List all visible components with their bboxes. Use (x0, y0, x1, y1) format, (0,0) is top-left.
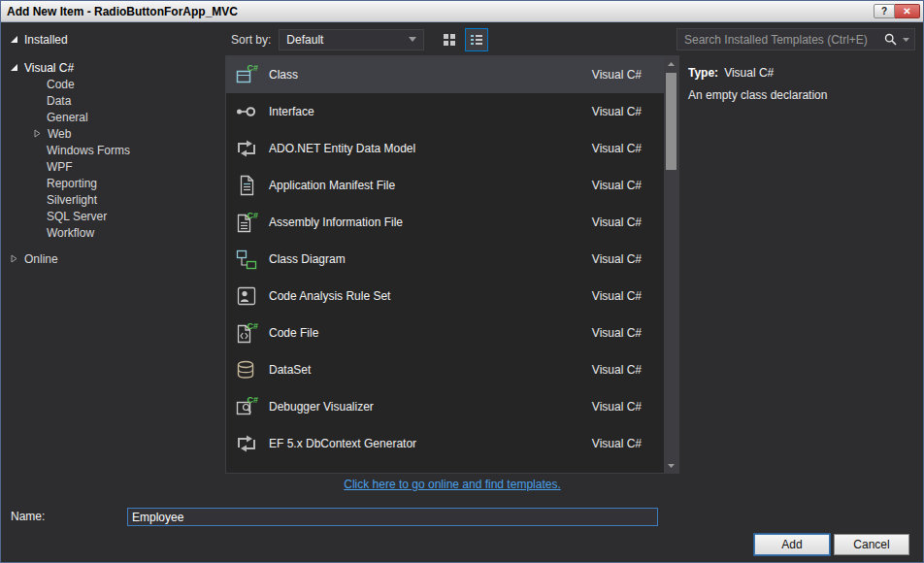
tree-item-general[interactable]: General (1, 109, 225, 125)
template-row-application-manifest[interactable]: Application Manifest File Visual C# (226, 167, 678, 204)
add-button[interactable]: Add (754, 534, 830, 555)
tree-item-online[interactable]: Online (1, 250, 225, 267)
template-row-class[interactable]: C# Class Visual C# (226, 56, 678, 93)
scroll-up-arrow-icon[interactable] (664, 56, 678, 71)
toolbar: Installed Sort by: Default (1, 23, 923, 55)
class-diagram-icon (234, 247, 259, 272)
code-analysis-rule-set-icon (234, 283, 259, 309)
template-row-dataset[interactable]: DataSet Visual C# (226, 351, 678, 388)
interface-icon (234, 99, 259, 124)
collapsed-arrow-icon[interactable] (33, 129, 42, 138)
scrollbar-thumb[interactable] (666, 73, 676, 170)
svg-text:C#: C# (247, 321, 258, 331)
titlebar: Add New Item - RadioButtonForApp_MVC ? ✕ (1, 1, 923, 22)
template-row-interface[interactable]: Interface Visual C# (226, 93, 678, 130)
list-view-icon (470, 33, 483, 47)
tree-item-silverlight[interactable]: Silverlight (1, 191, 225, 208)
expanded-arrow-icon (10, 35, 18, 44)
tree-item-wpf[interactable]: WPF (1, 158, 225, 175)
tree-item-web[interactable]: Web (1, 125, 225, 142)
template-row-dbcontext-generator[interactable]: EF 5.x DbContext Generator Visual C# (226, 425, 678, 462)
debugger-visualizer-icon: C# (234, 394, 259, 419)
tree-item-visual-csharp[interactable]: Visual C# (1, 59, 225, 76)
tree-item-data[interactable]: Data (1, 92, 225, 109)
online-templates-link[interactable]: Click here to go online and find templat… (344, 478, 560, 491)
assembly-information-icon: C# (234, 210, 259, 235)
search-dropdown-chevron-icon[interactable] (903, 38, 909, 42)
grid-view-icon (443, 33, 456, 47)
list-view-button[interactable] (465, 28, 488, 51)
tree-item-sql-server[interactable]: SQL Server (1, 208, 225, 224)
template-row-class-diagram[interactable]: Class Diagram Visual C# (226, 241, 678, 278)
category-tree: Visual C# Code Data General Web Windows … (1, 56, 225, 474)
name-label: Name: (11, 510, 45, 523)
dialog-title: Add New Item - RadioButtonForApp_MVC (7, 5, 874, 18)
template-list: C# Class Visual C# Interface Visual C# (225, 55, 679, 474)
dbcontext-generator-icon (234, 431, 259, 456)
template-row-code-analysis-rule-set[interactable]: Code Analysis Rule Set Visual C# (226, 278, 678, 315)
svg-text:C#: C# (247, 395, 258, 405)
sort-by-label: Sort by: (231, 33, 271, 47)
installed-label: Installed (24, 33, 68, 47)
search-box[interactable] (676, 28, 915, 50)
type-value: Visual C# (724, 66, 774, 80)
collapsed-arrow-icon[interactable] (10, 254, 18, 263)
svg-text:C#: C# (247, 211, 258, 220)
tree-item-workflow[interactable]: Workflow (1, 224, 225, 241)
add-new-item-dialog: Add New Item - RadioButtonForApp_MVC ? ✕… (0, 0, 924, 563)
name-input[interactable] (127, 508, 658, 526)
help-button[interactable]: ? (874, 4, 895, 18)
template-row-code-file[interactable]: C# Code File Visual C# (226, 315, 678, 351)
chevron-down-icon (409, 37, 416, 42)
name-row: Name: (1, 508, 923, 527)
tree-label: Visual C# (24, 61, 74, 75)
sort-value: Default (286, 33, 323, 47)
tree-item-code[interactable]: Code (1, 76, 225, 92)
tree-item-reporting[interactable]: Reporting (1, 175, 225, 191)
sort-dropdown[interactable]: Default (279, 29, 424, 50)
template-row-debugger-visualizer[interactable]: C# Debugger Visualizer Visual C# (226, 388, 678, 425)
template-info-panel: Type: Visual C# An empty class declarati… (680, 55, 923, 475)
type-label: Type: (688, 66, 718, 80)
template-row-entity-data-model[interactable]: ADO.NET Entity Data Model Visual C# (226, 130, 678, 167)
cancel-button[interactable]: Cancel (834, 534, 909, 555)
template-description: An empty class declaration (688, 88, 913, 102)
svg-text:C#: C# (247, 63, 258, 73)
application-manifest-icon (234, 173, 259, 198)
template-row-assembly-information[interactable]: C# Assembly Information File Visual C# (226, 204, 678, 241)
class-icon: C# (234, 62, 259, 87)
dataset-icon (234, 357, 259, 382)
search-input[interactable] (684, 33, 878, 47)
entity-data-model-icon (234, 136, 259, 161)
code-file-icon: C# (234, 320, 259, 346)
list-scrollbar[interactable] (664, 56, 678, 473)
expanded-arrow-icon[interactable] (10, 63, 18, 72)
small-icons-view-button[interactable] (438, 28, 461, 51)
close-button[interactable]: ✕ (895, 4, 920, 18)
online-templates-link-row: Click here to go online and find templat… (225, 478, 679, 491)
search-icon[interactable] (884, 33, 897, 46)
installed-section-header[interactable]: Installed (1, 33, 225, 47)
tree-item-windows-forms[interactable]: Windows Forms (1, 142, 225, 158)
scroll-down-arrow-icon[interactable] (664, 458, 678, 473)
